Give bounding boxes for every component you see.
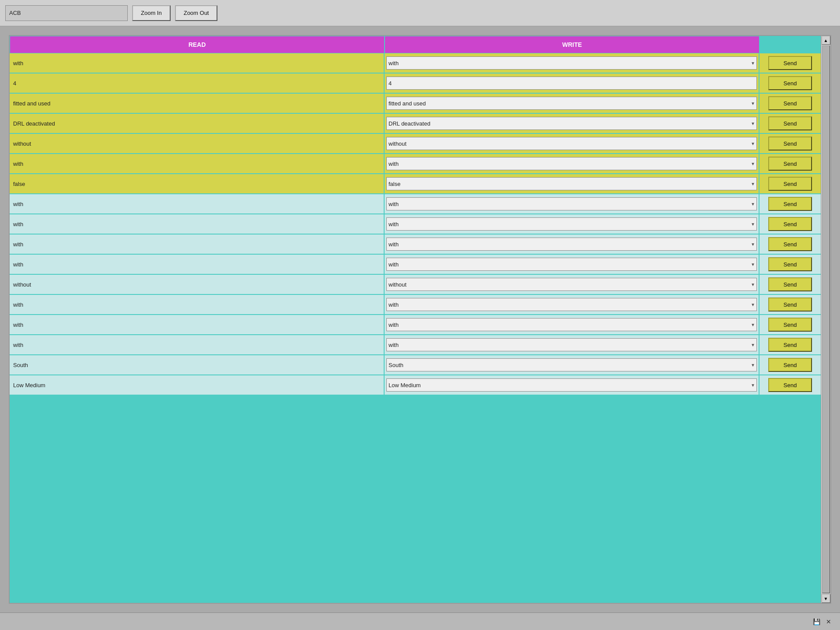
- close-icon[interactable]: ✕: [824, 617, 833, 626]
- write-dropdown-12[interactable]: without: [386, 278, 757, 291]
- table-row: withwithSend: [10, 315, 821, 335]
- zoom-out-button[interactable]: Zoom Out: [175, 5, 218, 21]
- write-dropdown-wrap-5: without: [386, 137, 757, 150]
- send-button-4[interactable]: Send: [768, 116, 812, 130]
- read-cell-8: with: [10, 194, 385, 214]
- main-area: READ WRITE withwithSend4Sendfitted and u…: [0, 26, 840, 612]
- bottom-icons: 💾 ✕: [812, 617, 833, 626]
- send-cell-14: Send: [760, 315, 821, 334]
- send-cell-8: Send: [760, 194, 821, 214]
- read-cell-5: without: [10, 134, 385, 153]
- write-cell-4: DRL deactivated: [385, 114, 760, 133]
- write-cell-6: with: [385, 154, 760, 173]
- send-button-5[interactable]: Send: [768, 136, 812, 150]
- send-button-15[interactable]: Send: [768, 338, 812, 352]
- table-row: withwithSend: [10, 53, 821, 74]
- write-cell-13: with: [385, 295, 760, 314]
- table-row: SouthSouthSend: [10, 355, 821, 375]
- read-cell-7: false: [10, 174, 385, 193]
- write-dropdown-1[interactable]: with: [386, 56, 757, 70]
- send-button-16[interactable]: Send: [768, 358, 812, 372]
- send-cell-16: Send: [760, 355, 821, 374]
- write-dropdown-wrap-11: with: [386, 258, 757, 271]
- write-dropdown-14[interactable]: with: [386, 318, 757, 331]
- write-dropdown-wrap-9: with: [386, 217, 757, 231]
- write-dropdown-wrap-3: fitted and used: [386, 97, 757, 110]
- send-cell-6: Send: [760, 154, 821, 173]
- write-dropdown-4[interactable]: DRL deactivated: [386, 117, 757, 130]
- read-cell-12: without: [10, 275, 385, 294]
- read-cell-9: with: [10, 214, 385, 234]
- zoom-in-button[interactable]: Zoom In: [132, 5, 171, 21]
- send-button-12[interactable]: Send: [768, 277, 812, 291]
- write-dropdown-3[interactable]: fitted and used: [386, 97, 757, 110]
- send-header: [760, 36, 821, 53]
- write-dropdown-wrap-10: with: [386, 238, 757, 251]
- content-panel: READ WRITE withwithSend4Sendfitted and u…: [9, 35, 831, 604]
- send-button-6[interactable]: Send: [768, 157, 812, 171]
- write-dropdown-5[interactable]: without: [386, 137, 757, 150]
- scroll-down-arrow[interactable]: ▼: [822, 594, 830, 603]
- read-cell-1: with: [10, 53, 385, 73]
- send-button-10[interactable]: Send: [768, 237, 812, 251]
- write-dropdown-11[interactable]: with: [386, 258, 757, 271]
- write-dropdown-10[interactable]: with: [386, 238, 757, 251]
- read-cell-11: with: [10, 255, 385, 274]
- send-cell-7: Send: [760, 174, 821, 193]
- table-row: withwithSend: [10, 295, 821, 315]
- table-row: Low MediumLow MediumSend: [10, 375, 821, 396]
- write-dropdown-17[interactable]: Low Medium: [386, 378, 757, 392]
- table-row: withoutwithoutSend: [10, 134, 821, 154]
- table-row: withwithSend: [10, 154, 821, 174]
- write-dropdown-16[interactable]: South: [386, 358, 757, 371]
- send-button-1[interactable]: Send: [768, 56, 812, 70]
- table-row: withwithSend: [10, 194, 821, 214]
- table-row: withwithSend: [10, 234, 821, 255]
- send-cell-11: Send: [760, 255, 821, 274]
- send-button-3[interactable]: Send: [768, 96, 812, 110]
- send-button-14[interactable]: Send: [768, 318, 812, 332]
- write-cell-16: South: [385, 355, 760, 374]
- table-row: falsefalseSend: [10, 174, 821, 194]
- read-cell-6: with: [10, 154, 385, 173]
- write-dropdown-6[interactable]: with: [386, 157, 757, 170]
- scrollbar[interactable]: ▲ ▼: [821, 36, 830, 603]
- top-bar: ACB Zoom In Zoom Out: [0, 0, 840, 26]
- table-area: READ WRITE withwithSend4Sendfitted and u…: [10, 36, 821, 603]
- write-input-2[interactable]: [386, 77, 757, 90]
- write-dropdown-13[interactable]: with: [386, 298, 757, 311]
- scroll-up-arrow[interactable]: ▲: [822, 36, 830, 45]
- send-button-13[interactable]: Send: [768, 298, 812, 312]
- write-dropdown-8[interactable]: with: [386, 197, 757, 210]
- read-cell-10: with: [10, 234, 385, 254]
- write-dropdown-wrap-13: with: [386, 298, 757, 311]
- write-dropdown-wrap-14: with: [386, 318, 757, 331]
- send-cell-3: Send: [760, 94, 821, 113]
- table-row: withwithSend: [10, 255, 821, 275]
- write-cell-7: false: [385, 174, 760, 193]
- read-cell-4: DRL deactivated: [10, 114, 385, 133]
- write-dropdown-9[interactable]: with: [386, 217, 757, 231]
- write-dropdown-7[interactable]: false: [386, 177, 757, 190]
- send-button-7[interactable]: Send: [768, 177, 812, 191]
- acb-dropdown[interactable]: ACB: [5, 5, 128, 21]
- data-rows: withwithSend4Sendfitted and usedfitted a…: [10, 53, 821, 603]
- send-button-11[interactable]: Send: [768, 257, 812, 271]
- write-cell-14: with: [385, 315, 760, 334]
- write-cell-3: fitted and used: [385, 94, 760, 113]
- send-button-9[interactable]: Send: [768, 217, 812, 231]
- save-icon[interactable]: 💾: [812, 617, 821, 626]
- read-cell-15: with: [10, 335, 385, 354]
- write-dropdown-15[interactable]: with: [386, 338, 757, 351]
- send-button-17[interactable]: Send: [768, 378, 812, 392]
- send-cell-5: Send: [760, 134, 821, 153]
- send-button-8[interactable]: Send: [768, 197, 812, 211]
- write-dropdown-wrap-7: false: [386, 177, 757, 190]
- write-dropdown-wrap-1: with: [386, 56, 757, 70]
- read-cell-16: South: [10, 355, 385, 374]
- write-cell-12: without: [385, 275, 760, 294]
- send-cell-9: Send: [760, 214, 821, 234]
- table-row: DRL deactivatedDRL deactivatedSend: [10, 114, 821, 134]
- send-button-2[interactable]: Send: [768, 76, 812, 90]
- scroll-thumb[interactable]: [822, 46, 830, 593]
